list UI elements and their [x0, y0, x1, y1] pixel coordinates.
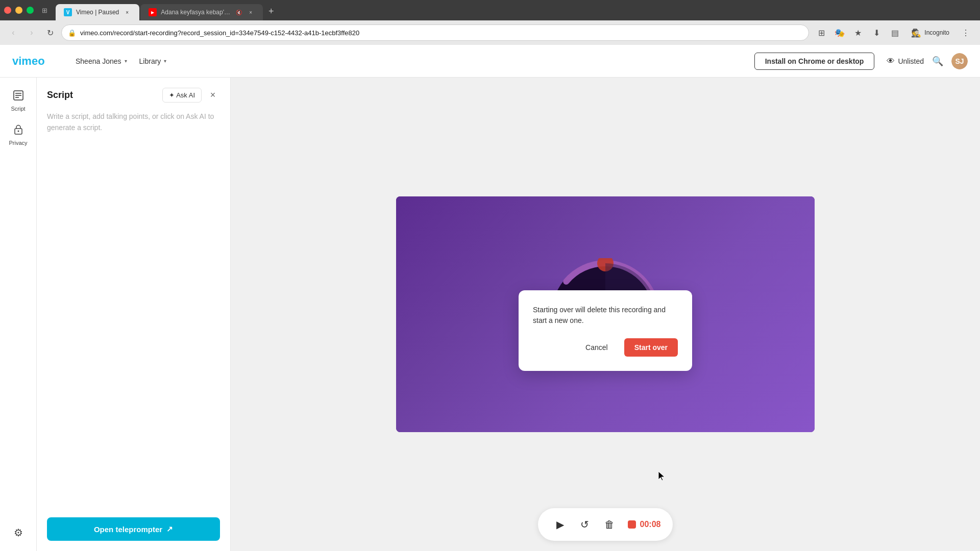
script-close-button[interactable]: ×: [206, 88, 220, 103]
extension-icon[interactable]: ▤: [887, 24, 903, 41]
confirmation-dialog: Starting over will delete this recording…: [519, 290, 692, 371]
tab-adana-close[interactable]: ×: [247, 8, 255, 16]
toolbar-actions: ⊞ 🎭 ★ ⬇ ▤ 🕵 Incognito ⋮: [813, 24, 974, 41]
recording-time: 00:08: [640, 520, 661, 529]
script-placeholder-text: Write a script, add talking points, or c…: [47, 111, 220, 134]
header-right: 👁 Unlisted 🔍 SJ: [887, 53, 968, 69]
user-avatar[interactable]: SJ: [951, 53, 968, 69]
script-header: Script ✦ Ask AI ×: [47, 88, 220, 103]
app-header: vimeo Sheena Jones ▾ Library ▾ Install o…: [0, 45, 980, 78]
incognito-indicator: 🕵 Incognito: [905, 26, 955, 40]
install-button[interactable]: Install on Chrome or desktop: [754, 53, 875, 70]
sidebar-item-script[interactable]: Script: [3, 86, 34, 116]
sidebar-item-privacy[interactable]: Privacy: [3, 120, 34, 150]
script-icon: [13, 90, 24, 104]
tab-vimeo-title: Vimeo | Paused: [76, 9, 119, 16]
eye-off-icon: 👁: [887, 57, 895, 66]
teleprompter-label: Open teleprompter: [94, 525, 162, 534]
browser-toolbar: ‹ › ↻ 🔒 vimeo.com/record/start-recording…: [0, 20, 980, 45]
start-over-button[interactable]: Start over: [624, 338, 678, 357]
settings-icon: ⚙: [14, 527, 23, 539]
download-icon[interactable]: ⬇: [868, 24, 885, 41]
replay-button[interactable]: ↺: [575, 514, 595, 535]
tab-vimeo-close[interactable]: ×: [123, 8, 131, 16]
play-button[interactable]: ▶: [550, 514, 571, 535]
tabs-bar: V Vimeo | Paused × ▶ Adana keyfasya keba…: [56, 0, 278, 20]
main-layout: Script Privacy ⚙: [0, 78, 980, 551]
video-controls: ▶ ↺ 🗑 00:08: [538, 508, 673, 541]
unlisted-label: Unlisted: [898, 57, 924, 65]
browser-titlebar: ⊞ V Vimeo | Paused × ▶ Adana keyfasya ke…: [0, 0, 980, 20]
vimeo-logo-svg: vimeo: [12, 55, 53, 67]
reload-button[interactable]: ↻: [43, 26, 57, 40]
teleprompter-button[interactable]: Open teleprompter ↗: [47, 517, 220, 541]
svg-point-6: [17, 131, 19, 132]
delete-button[interactable]: 🗑: [599, 514, 620, 535]
video-container: Starting over will delete this recording…: [396, 196, 815, 432]
teleprompter-external-icon: ↗: [166, 524, 173, 534]
cursor-indicator: [658, 471, 667, 480]
incognito-icon: 🕵: [911, 28, 921, 38]
recording-indicator: 00:08: [628, 520, 661, 529]
script-title: Script: [47, 90, 73, 101]
sidebar-bottom: ⚙: [3, 522, 34, 543]
tab-vimeo[interactable]: V Vimeo | Paused ×: [56, 4, 139, 20]
svg-text:vimeo: vimeo: [12, 55, 45, 67]
app-content: vimeo Sheena Jones ▾ Library ▾ Install o…: [0, 45, 980, 551]
new-tab-button[interactable]: +: [264, 4, 278, 18]
lock-icon: 🔒: [68, 29, 76, 37]
user-name-label: Sheena Jones: [76, 57, 121, 65]
play-icon: ▶: [556, 518, 564, 531]
library-label: Library: [139, 57, 161, 65]
back-button[interactable]: ‹: [6, 26, 20, 40]
minimize-window-button[interactable]: [15, 7, 22, 14]
script-panel: Script ✦ Ask AI × Write a script, add ta…: [37, 78, 231, 551]
tab-adana-favicon: ▶: [149, 8, 157, 16]
dialog-actions: Cancel Start over: [533, 338, 678, 357]
delete-icon: 🗑: [604, 519, 615, 531]
bookmark-icon[interactable]: ★: [850, 24, 866, 41]
sidebar-script-label: Script: [11, 106, 25, 112]
camouflage-icon[interactable]: 🎭: [831, 24, 848, 41]
ask-ai-button[interactable]: ✦ Ask AI: [162, 88, 202, 103]
tab-adana-title: Adana keyfasya kebap'dan: [161, 9, 231, 16]
url-text: vimeo.com/record/start-recording?record_…: [80, 29, 802, 37]
tab-vimeo-favicon: V: [64, 8, 72, 16]
dialog-message: Starting over will delete this recording…: [533, 305, 678, 326]
forward-button[interactable]: ›: [24, 26, 39, 40]
recording-dot: [628, 520, 636, 529]
browser-frame: ⊞ V Vimeo | Paused × ▶ Adana keyfasya ke…: [0, 0, 980, 551]
library-nav-chevron-icon: ▾: [164, 58, 166, 64]
privacy-icon: [13, 124, 24, 138]
unlisted-button[interactable]: 👁 Unlisted: [887, 57, 924, 66]
replay-icon: ↺: [580, 518, 589, 531]
maximize-window-button[interactable]: [27, 7, 34, 14]
avatar-image: SJ: [951, 53, 968, 69]
tab-group-icon: ⊞: [42, 7, 47, 14]
sidebar-settings[interactable]: ⚙: [3, 522, 34, 543]
incognito-label: Incognito: [924, 29, 949, 36]
left-sidebar: Script Privacy ⚙: [0, 78, 37, 551]
tab-mute-icon[interactable]: 🔇: [235, 9, 242, 16]
search-button[interactable]: 🔍: [932, 56, 943, 67]
library-nav-dropdown[interactable]: Library ▾: [133, 53, 173, 69]
cast-icon[interactable]: ⊞: [813, 24, 829, 41]
tab-adana[interactable]: ▶ Adana keyfasya kebap'dan 🔇 ×: [140, 4, 263, 20]
window-controls: [4, 7, 34, 14]
cancel-button[interactable]: Cancel: [575, 338, 618, 357]
user-nav-chevron-icon: ▾: [125, 58, 127, 64]
vimeo-logo: vimeo: [12, 55, 53, 67]
sidebar-privacy-label: Privacy: [9, 140, 27, 146]
address-bar[interactable]: 🔒 vimeo.com/record/start-recording?recor…: [61, 24, 809, 41]
video-area: Starting over will delete this recording…: [231, 78, 980, 551]
menu-icon[interactable]: ⋮: [958, 24, 974, 41]
close-window-button[interactable]: [4, 7, 11, 14]
user-nav-dropdown[interactable]: Sheena Jones ▾: [69, 53, 133, 69]
script-actions: ✦ Ask AI ×: [162, 88, 220, 103]
